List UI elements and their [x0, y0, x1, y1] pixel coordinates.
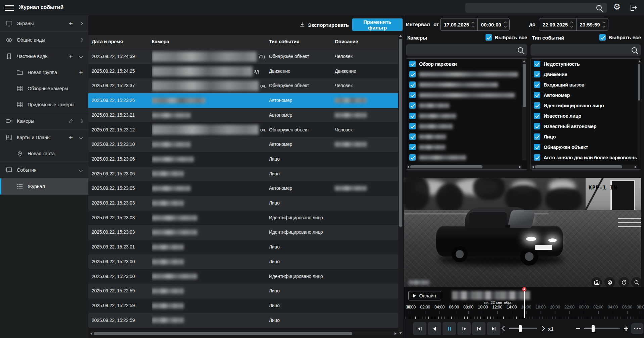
to-time-input[interactable]: 23:59:59 — [576, 18, 608, 31]
event-type-vertical-scrollbar[interactable] — [638, 59, 640, 160]
table-row[interactable]: 2025.09.22, 15:22:59Лицо — [88, 298, 398, 313]
scroll-thumb[interactable] — [535, 165, 622, 168]
camera-item[interactable] — [406, 79, 527, 90]
chevron-down-icon[interactable] — [78, 135, 84, 140]
event-type-item[interactable]: Идентифицировано лицо — [531, 100, 641, 111]
event-types-select-all[interactable]: Выбрать все — [599, 34, 641, 41]
camera-item[interactable] — [406, 90, 527, 100]
checkbox-checked-icon[interactable] — [534, 71, 540, 77]
table-vertical-scrollbar[interactable] — [398, 34, 403, 335]
time-spinner[interactable] — [603, 22, 605, 27]
camera-item[interactable] — [406, 152, 527, 163]
sidebar-item-overview-cameras[interactable]: Обзорные камеры — [0, 80, 88, 97]
export-button[interactable]: Экспортировать — [297, 19, 351, 30]
event-type-item[interactable]: Недоступность — [531, 59, 641, 69]
add-icon[interactable]: + — [78, 70, 84, 75]
scroll-thumb[interactable] — [94, 332, 352, 335]
checkbox-checked-icon[interactable] — [409, 133, 416, 140]
playhead-line[interactable] — [524, 290, 525, 318]
sidebar-item-new-map[interactable]: Новая карта — [0, 146, 88, 162]
from-date-input[interactable]: 17.09.2025 — [441, 18, 477, 31]
speed-increase-icon[interactable] — [540, 326, 545, 331]
step-back-button[interactable] — [413, 322, 426, 335]
sidebar-item-journal[interactable]: Журнал — [0, 178, 88, 194]
chevron-right-icon[interactable] — [78, 37, 84, 43]
scroll-up-arrow[interactable] — [523, 60, 525, 62]
date-spinner[interactable] — [472, 22, 474, 27]
column-header[interactable]: Камера — [152, 39, 169, 44]
timeline-zoom-slider[interactable] — [584, 328, 620, 329]
event-type-item[interactable]: Обнаружен объект — [531, 142, 641, 152]
sidebar-item-shared-views[interactable]: Общие виды — [0, 32, 88, 48]
sidebar-item-screens[interactable]: Экраны+ — [0, 15, 88, 32]
checkbox-checked-icon[interactable] — [409, 154, 416, 161]
checkbox-checked-icon[interactable] — [534, 144, 540, 150]
chevron-down-icon[interactable] — [78, 167, 84, 173]
jump-end-button[interactable] — [487, 322, 500, 335]
add-icon[interactable]: + — [68, 21, 74, 26]
video-preview[interactable]: KPP-1 IN — [404, 178, 641, 287]
scroll-right-arrow[interactable] — [395, 332, 397, 335]
column-header[interactable]: Дата и время — [92, 39, 123, 44]
event-type-item[interactable]: Входящий вызов — [531, 79, 641, 90]
scroll-up-arrow[interactable] — [399, 35, 402, 37]
table-row[interactable]: 2025.09.22, 15:23:00Лицо — [88, 255, 398, 269]
checkbox-checked-icon[interactable] — [534, 154, 540, 161]
sidebar-item-new-group[interactable]: Новая группа+ — [0, 64, 88, 80]
checkbox-checked-icon[interactable] — [409, 71, 416, 77]
chevron-right-icon[interactable] — [78, 118, 84, 124]
checkbox-checked-icon[interactable] — [534, 133, 540, 140]
checkbox-checked-icon[interactable] — [409, 61, 416, 67]
checkbox-checked-icon[interactable] — [409, 102, 416, 109]
sidebar-item-house-cameras[interactable]: Придомовые камеры — [0, 97, 88, 113]
checkbox-checked-icon[interactable] — [534, 61, 540, 67]
event-type-item[interactable]: Автономер — [531, 90, 641, 100]
time-spinner[interactable] — [504, 22, 506, 27]
scroll-left-arrow[interactable] — [90, 332, 92, 335]
checkbox-checked-icon[interactable] — [409, 81, 416, 88]
search-icon[interactable] — [596, 5, 602, 10]
table-row[interactable]: 2025.09.22, 15:23:37оч...Обнаружен объек… — [88, 78, 398, 93]
snapshot-icon[interactable] — [591, 277, 602, 287]
timeline-thumbnails-redacted[interactable] — [452, 291, 530, 300]
table-row[interactable]: 2025.09.22, 15:24:25здДвижениеДвижение — [88, 64, 398, 79]
scroll-thumb[interactable] — [523, 64, 526, 107]
sidebar-item-events[interactable]: События — [0, 162, 88, 178]
checkbox-checked-icon[interactable] — [534, 81, 540, 88]
sidebar-item-cameras[interactable]: Камеры — [0, 113, 88, 129]
apply-filter-button[interactable]: Применить фильтр — [352, 18, 403, 31]
jump-start-button[interactable] — [472, 322, 486, 335]
event-types-search-input[interactable] — [531, 44, 641, 56]
add-icon[interactable]: + — [68, 54, 74, 59]
event-type-item[interactable]: Известное лицо — [531, 111, 641, 121]
event-type-item[interactable]: Лицо — [531, 131, 641, 142]
table-row[interactable]: 2025.09.22, 15:23:10Автономер — [88, 137, 398, 152]
sidebar-item-maps[interactable]: Карты и Планы+ — [0, 129, 88, 146]
table-row[interactable]: 2025.09.22, 15:23:03Идентифицировано лиц… — [88, 211, 398, 225]
play-backward-button[interactable] — [428, 322, 441, 335]
global-search-input[interactable] — [465, 3, 607, 13]
playhead-marker[interactable] — [522, 287, 526, 291]
camera-item[interactable] — [406, 111, 527, 121]
camera-horizontal-scrollbar[interactable] — [407, 165, 522, 169]
table-row[interactable]: 2025.09.22, 15:23:01Лицо — [88, 240, 398, 255]
scroll-down-arrow[interactable] — [399, 332, 402, 334]
to-date-input[interactable]: 22.09.2025 — [539, 18, 576, 31]
cameras-select-all[interactable]: Выбрать все — [486, 34, 527, 41]
camera-item[interactable] — [406, 100, 527, 111]
camera-item[interactable] — [406, 142, 527, 152]
scroll-thumb[interactable] — [399, 39, 402, 227]
checkbox-checked-icon[interactable] — [409, 113, 416, 119]
date-spinner[interactable] — [571, 22, 573, 27]
table-row[interactable]: 2025.09.22, 15:23:03Идентифицировано лиц… — [88, 225, 398, 240]
checkbox-checked-icon[interactable] — [534, 92, 540, 98]
event-type-item[interactable]: Известный автономер — [531, 121, 641, 131]
add-icon[interactable]: + — [68, 135, 74, 140]
from-time-input[interactable]: 00:00:00 — [477, 18, 510, 31]
search-icon[interactable] — [632, 47, 637, 53]
camera-item[interactable]: Обзор парковки — [406, 59, 527, 69]
pause-button[interactable] — [443, 322, 456, 335]
zoom-icon[interactable] — [631, 277, 641, 287]
camera-vertical-scrollbar[interactable] — [522, 59, 526, 160]
chevron-down-icon[interactable] — [78, 54, 84, 59]
